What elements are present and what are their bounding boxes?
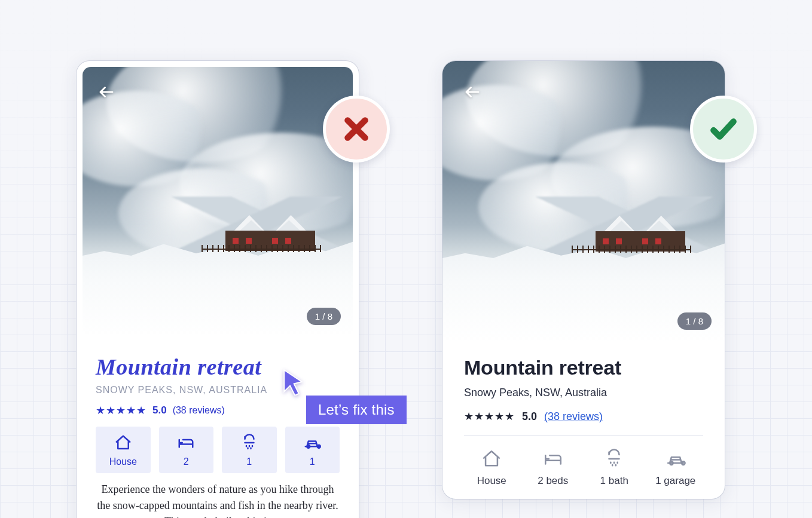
arrow-left-icon	[463, 83, 481, 101]
fix-this-tooltip[interactable]: Let’s fix this	[306, 396, 407, 424]
rating-score: 5.0	[522, 410, 537, 423]
feature-label: 1	[289, 456, 337, 467]
hero-image[interactable]: 1 / 8	[77, 61, 359, 343]
back-button[interactable]	[94, 80, 118, 104]
car-icon	[302, 434, 322, 452]
rating-score: 5.0	[152, 404, 167, 416]
feature-label: 1	[225, 456, 273, 467]
rating-reviews-link[interactable]: (38 reviews)	[544, 410, 603, 423]
star-icons: ★★★★★	[96, 404, 146, 417]
feature-beds: 2	[159, 427, 214, 473]
star-icons: ★★★★★	[464, 410, 515, 423]
image-page-counter: 1 / 8	[677, 312, 712, 330]
feature-bath: 1	[222, 427, 277, 473]
rating-reviews-link[interactable]: (38 reviews)	[173, 405, 225, 416]
listing-card-bad: 1 / 8 Mountain retreat SNOWY PEAKS, NSW,…	[77, 61, 359, 518]
feature-garage: 1	[285, 427, 340, 473]
bad-example-badge	[323, 96, 390, 163]
rating-row[interactable]: ★★★★★ 5.0 (38 reviews)	[96, 404, 340, 417]
feature-label: House	[99, 456, 147, 467]
hero-image[interactable]: 1 / 8	[442, 61, 725, 343]
feature-label: 2	[163, 456, 210, 467]
feature-beds: 2 beds	[526, 449, 581, 487]
check-icon	[709, 114, 738, 144]
listing-card-good: 1 / 8 Mountain retreat Snowy Peaks, NSW,…	[442, 61, 725, 499]
good-example-badge	[690, 96, 757, 163]
shower-icon	[239, 434, 260, 452]
back-button[interactable]	[460, 80, 484, 104]
feature-label: 1 garage	[648, 475, 704, 487]
car-icon	[664, 449, 688, 469]
rating-row[interactable]: ★★★★★ 5.0 (38 reviews)	[464, 410, 703, 436]
x-icon	[341, 114, 371, 144]
shower-icon	[602, 449, 626, 469]
bed-icon	[176, 434, 196, 452]
feature-house: House	[96, 427, 151, 473]
arrow-left-icon	[97, 83, 115, 101]
listing-title: Mountain retreat	[464, 356, 703, 379]
bed-icon	[541, 449, 565, 469]
feature-label: 2 beds	[526, 475, 581, 487]
listing-location: Snowy Peaks, NSW, Australia	[464, 387, 703, 399]
feature-bath: 1 bath	[587, 449, 642, 487]
house-icon	[113, 434, 133, 452]
feature-house: House	[464, 449, 520, 487]
cursor-pointer	[281, 368, 305, 398]
listing-description: Experience the wonders of nature as you …	[96, 482, 340, 518]
house-icon	[480, 449, 503, 469]
feature-label: House	[464, 475, 520, 487]
image-page-counter: 1 / 8	[307, 308, 341, 325]
feature-label: 1 bath	[587, 475, 642, 487]
feature-garage: 1 garage	[648, 449, 704, 487]
